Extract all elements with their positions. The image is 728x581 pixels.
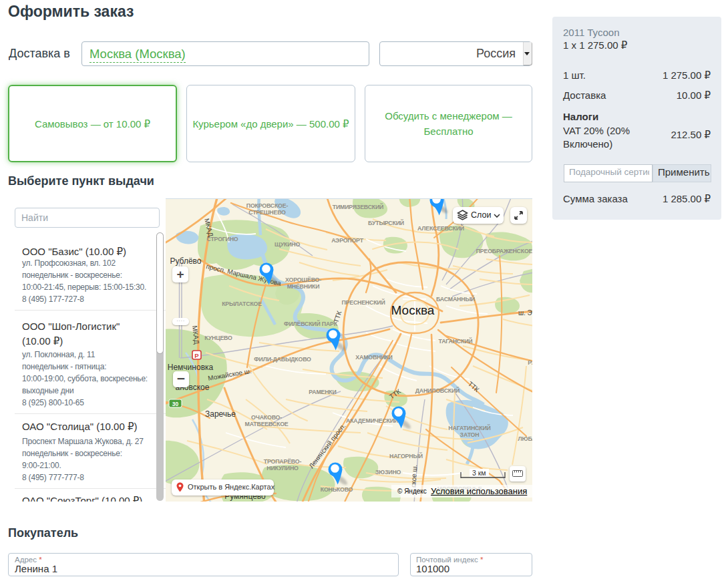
svg-text:ХОРОШЁВО-: ХОРОШЁВО- — [285, 276, 321, 283]
svg-text:АКАДЕМИЧЕСКИЙ: АКАДЕМИЧЕСКИЙ — [346, 417, 398, 424]
svg-text:НИКУЛИНО: НИКУЛИНО — [266, 465, 299, 471]
svg-text:Р: Р — [194, 352, 199, 359]
svg-text:НАГОРНЫЙ: НАГОРНЫЙ — [389, 452, 423, 459]
svg-text:ОЧАКОВО-: ОЧАКОВО- — [251, 414, 282, 421]
svg-text:НАГАТИНСКИЙ: НАГАТИНСКИЙ — [448, 424, 490, 431]
svg-text:ХАМОВНИКИ: ХАМОВНИКИ — [355, 354, 392, 361]
svg-text:Немчиновка: Немчиновка — [168, 363, 214, 372]
svg-text:СТРОГИНО: СТРОГИНО — [206, 236, 238, 242]
svg-text:ТИМИРЯЗЕВСКИЙ: ТИМИРЯЗЕВСКИЙ — [333, 203, 383, 210]
svg-text:ЛЮБЛИ: ЛЮБЛИ — [518, 435, 532, 442]
svg-text:ПРЕОБРАЖЕНСКОЕ: ПРЕОБРАЖЕНСКОЕ — [476, 248, 532, 254]
svg-text:ЗАТОН: ЗАТОН — [460, 431, 480, 438]
svg-text:ЗЮЗИНО: ЗЮЗИНО — [375, 469, 401, 475]
svg-text:Заречье: Заречье — [205, 409, 236, 419]
svg-text:ЩУКИНО: ЩУКИНО — [275, 241, 300, 248]
svg-text:ПРЕСНЕНСКИЙ: ПРЕСНЕНСКИЙ — [341, 299, 385, 306]
svg-text:КОНЬКОВО: КОНЬКОВО — [321, 486, 353, 493]
svg-text:ФИЛИ-ДАВЫДКОВО: ФИЛИ-ДАВЫДКОВО — [254, 356, 311, 363]
svg-text:РАМЕНКИ: РАМЕНКИ — [309, 389, 336, 395]
svg-text:ш. Э: ш. Э — [518, 309, 532, 317]
svg-text:МНЁВНИКИ: МНЁВНИКИ — [287, 283, 320, 290]
svg-text:ТАГАНСКИЙ: ТАГАНСКИЙ — [439, 337, 473, 345]
svg-text:БАСМАННЫЙ: БАСМАННЫЙ — [436, 295, 475, 303]
svg-text:КУНЦЕВО: КУНЦЕВО — [204, 335, 232, 341]
svg-text:ТРОПАРЁВО-: ТРОПАРЁВО- — [264, 458, 302, 465]
svg-text:РЯ: РЯ — [528, 359, 532, 366]
svg-text:ФИЛЁВСКИЙ ПАРК: ФИЛЁВСКИЙ ПАРК — [284, 320, 338, 327]
svg-text:АЭРОПОРТ: АЭРОПОРТ — [331, 237, 364, 244]
svg-text:МАТВЕЕВСКОЕ: МАТВЕЕВСКОЕ — [245, 421, 289, 427]
svg-text:ДАНИЛОВСКИЙ: ДАНИЛОВСКИЙ — [415, 387, 460, 394]
svg-text:КРЫЛАТСКОЕ: КРЫЛАТСКОЕ — [222, 301, 262, 307]
svg-text:ПОКРОВСКОЕ-: ПОКРОВСКОЕ- — [246, 202, 289, 209]
svg-text:СТРЕШНЕВО: СТРЕШНЕВО — [248, 209, 286, 216]
svg-text:Рублёво: Рублёво — [170, 256, 201, 266]
svg-text:Москва: Москва — [391, 303, 435, 317]
svg-text:АЛЕКСЕЕВСКИЙ: АЛЕКСЕЕВСКИЙ — [417, 224, 464, 232]
svg-text:30: 30 — [172, 401, 179, 407]
svg-text:БУТЫРСКИЙ: БУТЫРСКИЙ — [368, 219, 404, 226]
